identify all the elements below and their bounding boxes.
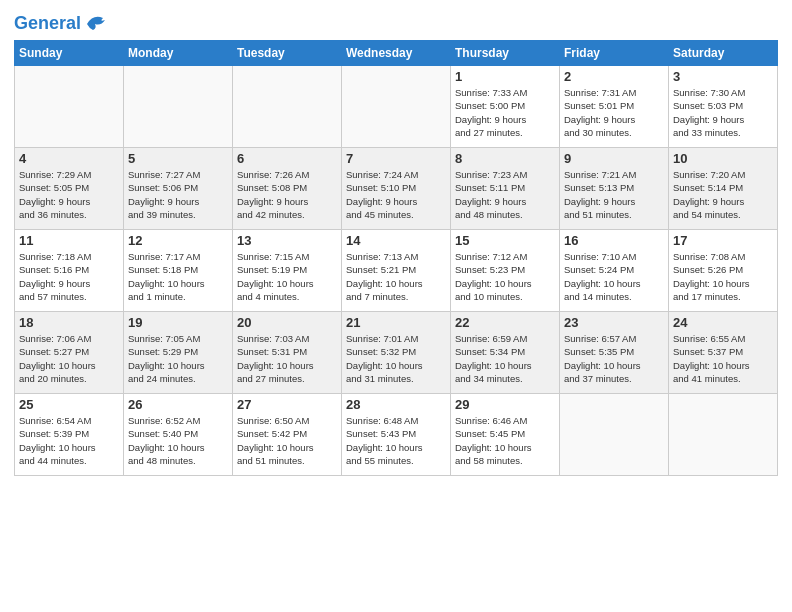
day-info: Sunrise: 7:26 AM Sunset: 5:08 PM Dayligh… <box>237 168 337 221</box>
header-day-saturday: Saturday <box>669 41 778 66</box>
calendar-cell: 4Sunrise: 7:29 AM Sunset: 5:05 PM Daylig… <box>15 148 124 230</box>
day-number: 21 <box>346 315 446 330</box>
day-number: 1 <box>455 69 555 84</box>
calendar-cell: 6Sunrise: 7:26 AM Sunset: 5:08 PM Daylig… <box>233 148 342 230</box>
header-day-monday: Monday <box>124 41 233 66</box>
day-info: Sunrise: 7:33 AM Sunset: 5:00 PM Dayligh… <box>455 86 555 139</box>
day-number: 27 <box>237 397 337 412</box>
day-info: Sunrise: 7:12 AM Sunset: 5:23 PM Dayligh… <box>455 250 555 303</box>
day-info: Sunrise: 6:52 AM Sunset: 5:40 PM Dayligh… <box>128 414 228 467</box>
day-number: 13 <box>237 233 337 248</box>
day-info: Sunrise: 6:54 AM Sunset: 5:39 PM Dayligh… <box>19 414 119 467</box>
header-day-tuesday: Tuesday <box>233 41 342 66</box>
day-number: 14 <box>346 233 446 248</box>
day-info: Sunrise: 7:06 AM Sunset: 5:27 PM Dayligh… <box>19 332 119 385</box>
calendar-cell: 19Sunrise: 7:05 AM Sunset: 5:29 PM Dayli… <box>124 312 233 394</box>
day-number: 8 <box>455 151 555 166</box>
calendar-cell <box>15 66 124 148</box>
day-info: Sunrise: 7:30 AM Sunset: 5:03 PM Dayligh… <box>673 86 773 139</box>
day-number: 4 <box>19 151 119 166</box>
day-number: 22 <box>455 315 555 330</box>
day-number: 3 <box>673 69 773 84</box>
calendar-cell: 5Sunrise: 7:27 AM Sunset: 5:06 PM Daylig… <box>124 148 233 230</box>
calendar-cell: 21Sunrise: 7:01 AM Sunset: 5:32 PM Dayli… <box>342 312 451 394</box>
logo: General <box>14 14 111 32</box>
calendar-cell: 29Sunrise: 6:46 AM Sunset: 5:45 PM Dayli… <box>451 394 560 476</box>
day-info: Sunrise: 7:23 AM Sunset: 5:11 PM Dayligh… <box>455 168 555 221</box>
day-info: Sunrise: 7:18 AM Sunset: 5:16 PM Dayligh… <box>19 250 119 303</box>
calendar-cell: 20Sunrise: 7:03 AM Sunset: 5:31 PM Dayli… <box>233 312 342 394</box>
day-info: Sunrise: 7:10 AM Sunset: 5:24 PM Dayligh… <box>564 250 664 303</box>
day-number: 29 <box>455 397 555 412</box>
day-info: Sunrise: 7:08 AM Sunset: 5:26 PM Dayligh… <box>673 250 773 303</box>
day-info: Sunrise: 6:57 AM Sunset: 5:35 PM Dayligh… <box>564 332 664 385</box>
day-info: Sunrise: 6:55 AM Sunset: 5:37 PM Dayligh… <box>673 332 773 385</box>
calendar-cell: 9Sunrise: 7:21 AM Sunset: 5:13 PM Daylig… <box>560 148 669 230</box>
day-number: 24 <box>673 315 773 330</box>
day-number: 12 <box>128 233 228 248</box>
day-info: Sunrise: 7:31 AM Sunset: 5:01 PM Dayligh… <box>564 86 664 139</box>
calendar-cell: 10Sunrise: 7:20 AM Sunset: 5:14 PM Dayli… <box>669 148 778 230</box>
day-info: Sunrise: 7:03 AM Sunset: 5:31 PM Dayligh… <box>237 332 337 385</box>
day-number: 16 <box>564 233 664 248</box>
calendar-cell: 15Sunrise: 7:12 AM Sunset: 5:23 PM Dayli… <box>451 230 560 312</box>
week-row-5: 25Sunrise: 6:54 AM Sunset: 5:39 PM Dayli… <box>15 394 778 476</box>
week-row-2: 4Sunrise: 7:29 AM Sunset: 5:05 PM Daylig… <box>15 148 778 230</box>
logo-text: General <box>14 14 81 34</box>
calendar-cell: 28Sunrise: 6:48 AM Sunset: 5:43 PM Dayli… <box>342 394 451 476</box>
day-info: Sunrise: 6:46 AM Sunset: 5:45 PM Dayligh… <box>455 414 555 467</box>
calendar-cell <box>124 66 233 148</box>
calendar-cell: 17Sunrise: 7:08 AM Sunset: 5:26 PM Dayli… <box>669 230 778 312</box>
day-number: 9 <box>564 151 664 166</box>
calendar-cell <box>233 66 342 148</box>
calendar-cell: 11Sunrise: 7:18 AM Sunset: 5:16 PM Dayli… <box>15 230 124 312</box>
day-number: 7 <box>346 151 446 166</box>
calendar-cell: 8Sunrise: 7:23 AM Sunset: 5:11 PM Daylig… <box>451 148 560 230</box>
day-info: Sunrise: 7:01 AM Sunset: 5:32 PM Dayligh… <box>346 332 446 385</box>
day-info: Sunrise: 6:50 AM Sunset: 5:42 PM Dayligh… <box>237 414 337 467</box>
logo-bird-icon <box>83 12 111 34</box>
calendar-cell: 27Sunrise: 6:50 AM Sunset: 5:42 PM Dayli… <box>233 394 342 476</box>
calendar-cell: 25Sunrise: 6:54 AM Sunset: 5:39 PM Dayli… <box>15 394 124 476</box>
day-number: 15 <box>455 233 555 248</box>
day-number: 18 <box>19 315 119 330</box>
day-info: Sunrise: 7:20 AM Sunset: 5:14 PM Dayligh… <box>673 168 773 221</box>
week-row-4: 18Sunrise: 7:06 AM Sunset: 5:27 PM Dayli… <box>15 312 778 394</box>
calendar-cell: 7Sunrise: 7:24 AM Sunset: 5:10 PM Daylig… <box>342 148 451 230</box>
page-container: General SundayMondayTuesdayWednesdayThur… <box>0 0 792 484</box>
day-number: 20 <box>237 315 337 330</box>
header-day-sunday: Sunday <box>15 41 124 66</box>
calendar-cell: 16Sunrise: 7:10 AM Sunset: 5:24 PM Dayli… <box>560 230 669 312</box>
day-number: 2 <box>564 69 664 84</box>
calendar-cell <box>342 66 451 148</box>
calendar-cell <box>560 394 669 476</box>
day-number: 5 <box>128 151 228 166</box>
week-row-3: 11Sunrise: 7:18 AM Sunset: 5:16 PM Dayli… <box>15 230 778 312</box>
calendar-table: SundayMondayTuesdayWednesdayThursdayFrid… <box>14 40 778 476</box>
day-number: 23 <box>564 315 664 330</box>
day-info: Sunrise: 7:15 AM Sunset: 5:19 PM Dayligh… <box>237 250 337 303</box>
calendar-cell: 12Sunrise: 7:17 AM Sunset: 5:18 PM Dayli… <box>124 230 233 312</box>
day-number: 17 <box>673 233 773 248</box>
calendar-cell: 1Sunrise: 7:33 AM Sunset: 5:00 PM Daylig… <box>451 66 560 148</box>
day-number: 25 <box>19 397 119 412</box>
calendar-cell: 23Sunrise: 6:57 AM Sunset: 5:35 PM Dayli… <box>560 312 669 394</box>
day-number: 28 <box>346 397 446 412</box>
header-day-friday: Friday <box>560 41 669 66</box>
day-number: 26 <box>128 397 228 412</box>
day-info: Sunrise: 7:21 AM Sunset: 5:13 PM Dayligh… <box>564 168 664 221</box>
day-info: Sunrise: 7:29 AM Sunset: 5:05 PM Dayligh… <box>19 168 119 221</box>
header-day-thursday: Thursday <box>451 41 560 66</box>
header-row: SundayMondayTuesdayWednesdayThursdayFrid… <box>15 41 778 66</box>
day-info: Sunrise: 7:05 AM Sunset: 5:29 PM Dayligh… <box>128 332 228 385</box>
calendar-cell: 22Sunrise: 6:59 AM Sunset: 5:34 PM Dayli… <box>451 312 560 394</box>
day-info: Sunrise: 6:48 AM Sunset: 5:43 PM Dayligh… <box>346 414 446 467</box>
calendar-cell <box>669 394 778 476</box>
day-info: Sunrise: 6:59 AM Sunset: 5:34 PM Dayligh… <box>455 332 555 385</box>
calendar-cell: 18Sunrise: 7:06 AM Sunset: 5:27 PM Dayli… <box>15 312 124 394</box>
calendar-cell: 24Sunrise: 6:55 AM Sunset: 5:37 PM Dayli… <box>669 312 778 394</box>
day-info: Sunrise: 7:13 AM Sunset: 5:21 PM Dayligh… <box>346 250 446 303</box>
day-number: 19 <box>128 315 228 330</box>
calendar-cell: 26Sunrise: 6:52 AM Sunset: 5:40 PM Dayli… <box>124 394 233 476</box>
day-info: Sunrise: 7:24 AM Sunset: 5:10 PM Dayligh… <box>346 168 446 221</box>
